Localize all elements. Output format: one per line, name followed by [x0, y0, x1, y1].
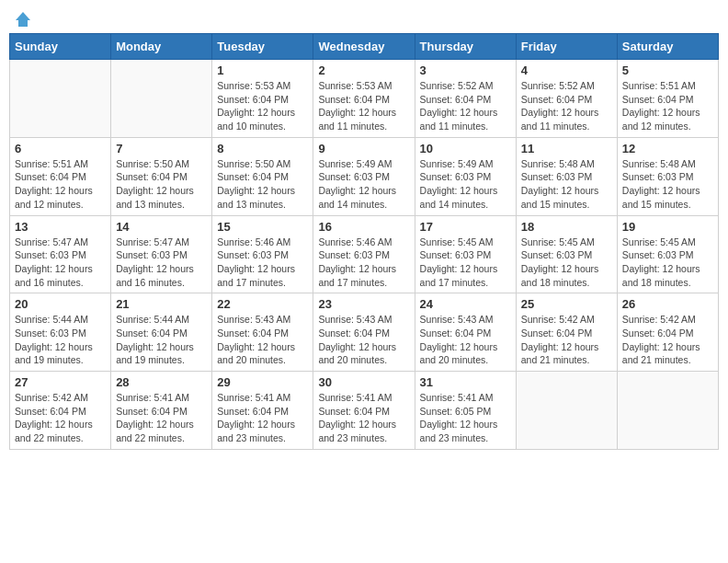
day-info: Sunrise: 5:51 AM Sunset: 6:04 PM Dayligh… — [15, 157, 106, 212]
day-info: Sunrise: 5:48 AM Sunset: 6:03 PM Dayligh… — [622, 157, 713, 212]
day-info: Sunrise: 5:41 AM Sunset: 6:04 PM Dayligh… — [217, 391, 308, 445]
calendar-cell: 5Sunrise: 5:51 AM Sunset: 6:04 PM Daylig… — [617, 60, 718, 138]
calendar-table: SundayMondayTuesdayWednesdayThursdayFrid… — [9, 33, 719, 450]
calendar-cell: 17Sunrise: 5:45 AM Sunset: 6:03 PM Dayli… — [415, 215, 516, 293]
day-number: 26 — [622, 297, 713, 311]
calendar-cell — [617, 372, 718, 450]
day-info: Sunrise: 5:43 AM Sunset: 6:04 PM Dayligh… — [318, 313, 409, 367]
day-number: 31 — [420, 375, 511, 389]
calendar-cell: 4Sunrise: 5:52 AM Sunset: 6:04 PM Daylig… — [516, 60, 617, 138]
day-number: 17 — [420, 220, 511, 234]
calendar-cell: 22Sunrise: 5:43 AM Sunset: 6:04 PM Dayli… — [212, 293, 313, 372]
calendar-week-row: 1Sunrise: 5:53 AM Sunset: 6:04 PM Daylig… — [10, 60, 719, 138]
weekday-header-thursday: Thursday — [415, 34, 516, 60]
calendar-cell: 29Sunrise: 5:41 AM Sunset: 6:04 PM Dayli… — [212, 372, 313, 450]
day-number: 11 — [521, 142, 612, 155]
calendar-cell: 31Sunrise: 5:41 AM Sunset: 6:05 PM Dayli… — [415, 372, 516, 450]
day-number: 22 — [217, 297, 308, 311]
day-number: 13 — [15, 220, 106, 234]
day-info: Sunrise: 5:50 AM Sunset: 6:04 PM Dayligh… — [217, 157, 308, 212]
day-number: 28 — [116, 375, 207, 389]
day-number: 18 — [521, 220, 612, 234]
calendar-cell: 18Sunrise: 5:45 AM Sunset: 6:03 PM Dayli… — [516, 215, 617, 293]
weekday-header-row: SundayMondayTuesdayWednesdayThursdayFrid… — [10, 34, 719, 60]
weekday-header-tuesday: Tuesday — [212, 34, 313, 60]
day-info: Sunrise: 5:45 AM Sunset: 6:03 PM Dayligh… — [420, 236, 511, 290]
day-info: Sunrise: 5:41 AM Sunset: 6:04 PM Dayligh… — [116, 391, 207, 445]
day-number: 1 — [217, 63, 308, 77]
calendar-cell: 9Sunrise: 5:49 AM Sunset: 6:03 PM Daylig… — [313, 137, 415, 215]
calendar-cell: 3Sunrise: 5:52 AM Sunset: 6:04 PM Daylig… — [415, 60, 516, 138]
day-info: Sunrise: 5:43 AM Sunset: 6:04 PM Dayligh… — [217, 313, 308, 367]
calendar-cell: 7Sunrise: 5:50 AM Sunset: 6:04 PM Daylig… — [111, 137, 212, 215]
day-info: Sunrise: 5:44 AM Sunset: 6:03 PM Dayligh… — [15, 313, 106, 367]
day-info: Sunrise: 5:42 AM Sunset: 6:04 PM Dayligh… — [622, 313, 713, 367]
calendar-week-row: 13Sunrise: 5:47 AM Sunset: 6:03 PM Dayli… — [10, 215, 719, 293]
day-info: Sunrise: 5:41 AM Sunset: 6:05 PM Dayligh… — [420, 391, 511, 445]
calendar-week-row: 6Sunrise: 5:51 AM Sunset: 6:04 PM Daylig… — [10, 137, 719, 215]
calendar-cell — [10, 60, 111, 138]
day-number: 12 — [622, 142, 713, 155]
day-info: Sunrise: 5:47 AM Sunset: 6:03 PM Dayligh… — [15, 236, 106, 290]
day-info: Sunrise: 5:49 AM Sunset: 6:03 PM Dayligh… — [318, 157, 409, 212]
calendar-cell: 19Sunrise: 5:45 AM Sunset: 6:03 PM Dayli… — [617, 215, 718, 293]
calendar-cell: 28Sunrise: 5:41 AM Sunset: 6:04 PM Dayli… — [111, 372, 212, 450]
day-number: 23 — [318, 297, 409, 311]
calendar-cell: 21Sunrise: 5:44 AM Sunset: 6:04 PM Dayli… — [111, 293, 212, 372]
calendar-cell: 10Sunrise: 5:49 AM Sunset: 6:03 PM Dayli… — [415, 137, 516, 215]
calendar-cell — [111, 60, 212, 138]
day-number: 16 — [318, 220, 409, 234]
day-info: Sunrise: 5:47 AM Sunset: 6:03 PM Dayligh… — [116, 236, 207, 290]
calendar-week-row: 20Sunrise: 5:44 AM Sunset: 6:03 PM Dayli… — [10, 293, 719, 372]
day-number: 7 — [116, 142, 207, 155]
calendar-cell: 26Sunrise: 5:42 AM Sunset: 6:04 PM Dayli… — [617, 293, 718, 372]
day-number: 29 — [217, 375, 308, 389]
calendar-cell: 27Sunrise: 5:42 AM Sunset: 6:04 PM Dayli… — [10, 372, 111, 450]
calendar-cell: 8Sunrise: 5:50 AM Sunset: 6:04 PM Daylig… — [212, 137, 313, 215]
day-info: Sunrise: 5:50 AM Sunset: 6:04 PM Dayligh… — [116, 157, 207, 212]
day-number: 15 — [217, 220, 308, 234]
weekday-header-wednesday: Wednesday — [313, 34, 415, 60]
calendar-week-row: 27Sunrise: 5:42 AM Sunset: 6:04 PM Dayli… — [10, 372, 719, 450]
day-info: Sunrise: 5:53 AM Sunset: 6:04 PM Dayligh… — [318, 79, 409, 133]
calendar-cell: 23Sunrise: 5:43 AM Sunset: 6:04 PM Dayli… — [313, 293, 415, 372]
weekday-header-friday: Friday — [516, 34, 617, 60]
day-info: Sunrise: 5:48 AM Sunset: 6:03 PM Dayligh… — [521, 157, 612, 212]
calendar-cell: 12Sunrise: 5:48 AM Sunset: 6:03 PM Dayli… — [617, 137, 718, 215]
day-number: 19 — [622, 220, 713, 234]
day-number: 9 — [318, 142, 409, 155]
day-info: Sunrise: 5:51 AM Sunset: 6:04 PM Dayligh… — [622, 79, 713, 133]
calendar-cell: 14Sunrise: 5:47 AM Sunset: 6:03 PM Dayli… — [111, 215, 212, 293]
day-number: 14 — [116, 220, 207, 234]
day-info: Sunrise: 5:43 AM Sunset: 6:04 PM Dayligh… — [420, 313, 511, 367]
day-info: Sunrise: 5:41 AM Sunset: 6:04 PM Dayligh… — [318, 391, 409, 445]
day-info: Sunrise: 5:49 AM Sunset: 6:03 PM Dayligh… — [420, 157, 511, 212]
logo — [13, 9, 31, 28]
calendar-cell: 16Sunrise: 5:46 AM Sunset: 6:03 PM Dayli… — [313, 215, 415, 293]
calendar-cell: 25Sunrise: 5:42 AM Sunset: 6:04 PM Dayli… — [516, 293, 617, 372]
day-number: 24 — [420, 297, 511, 311]
day-info: Sunrise: 5:42 AM Sunset: 6:04 PM Dayligh… — [521, 313, 612, 367]
calendar-cell: 24Sunrise: 5:43 AM Sunset: 6:04 PM Dayli… — [415, 293, 516, 372]
day-info: Sunrise: 5:45 AM Sunset: 6:03 PM Dayligh… — [622, 236, 713, 290]
calendar-cell: 30Sunrise: 5:41 AM Sunset: 6:04 PM Dayli… — [313, 372, 415, 450]
day-number: 10 — [420, 142, 511, 155]
weekday-header-saturday: Saturday — [617, 34, 718, 60]
day-info: Sunrise: 5:52 AM Sunset: 6:04 PM Dayligh… — [420, 79, 511, 133]
calendar-cell: 15Sunrise: 5:46 AM Sunset: 6:03 PM Dayli… — [212, 215, 313, 293]
day-number: 4 — [521, 63, 612, 77]
day-number: 3 — [420, 63, 511, 77]
day-info: Sunrise: 5:53 AM Sunset: 6:04 PM Dayligh… — [217, 79, 308, 133]
day-number: 8 — [217, 142, 308, 155]
calendar-cell: 2Sunrise: 5:53 AM Sunset: 6:04 PM Daylig… — [313, 60, 415, 138]
svg-marker-0 — [16, 12, 30, 27]
page-header — [9, 9, 719, 28]
calendar-cell: 13Sunrise: 5:47 AM Sunset: 6:03 PM Dayli… — [10, 215, 111, 293]
day-info: Sunrise: 5:52 AM Sunset: 6:04 PM Dayligh… — [521, 79, 612, 133]
day-number: 30 — [318, 375, 409, 389]
day-number: 5 — [622, 63, 713, 77]
calendar-cell: 11Sunrise: 5:48 AM Sunset: 6:03 PM Dayli… — [516, 137, 617, 215]
calendar-cell: 6Sunrise: 5:51 AM Sunset: 6:04 PM Daylig… — [10, 137, 111, 215]
day-info: Sunrise: 5:46 AM Sunset: 6:03 PM Dayligh… — [318, 236, 409, 290]
day-number: 6 — [15, 142, 106, 155]
